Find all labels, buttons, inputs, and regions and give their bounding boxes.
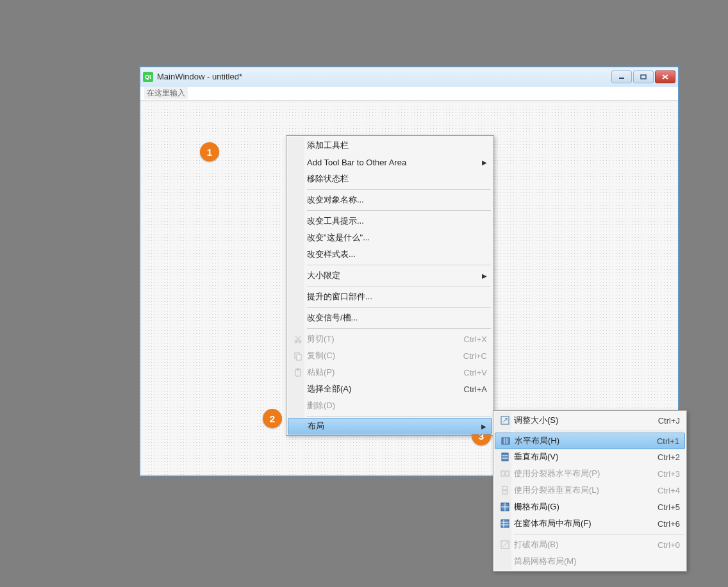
menu-separator (307, 265, 491, 265)
svg-rect-19 (501, 471, 504, 476)
minimize-button[interactable] (611, 70, 632, 83)
menu-change-signal-slot[interactable]: 改变信号/槽... (288, 310, 492, 326)
menu-paste: 粘贴(P) Ctrl+V (288, 364, 492, 381)
break-layout-icon (497, 540, 513, 549)
horizontal-layout-icon (498, 436, 513, 445)
menu-separator (307, 328, 491, 329)
layout-submenu: 调整大小(S) Ctrl+J 水平布局(H) Ctrl+1 垂直布局(V) Ct… (493, 410, 687, 572)
v-splitter-icon (497, 486, 513, 495)
menu-vertical-splitter: 使用分裂器垂直布局(L) Ctrl+4 (495, 482, 685, 499)
h-splitter-icon (497, 469, 513, 478)
chevron-right-icon: ▶ (479, 423, 486, 430)
menu-horizontal-splitter: 使用分裂器水平布局(P) Ctrl+3 (495, 465, 685, 482)
menu-add-toolbar-area[interactable]: Add Tool Bar to Other Area ▶ (288, 154, 492, 170)
menu-change-stylesheet[interactable]: 改变样式表... (288, 246, 492, 263)
menu-simple-grid-layout: 简易网格布局(M) (495, 553, 685, 570)
svg-rect-21 (502, 486, 508, 490)
menu-break-layout: 打破布局(B) Ctrl+0 (495, 536, 685, 553)
menu-copy: 复制(C) Ctrl+C (288, 347, 492, 364)
adjust-size-icon (497, 416, 513, 425)
close-button[interactable] (655, 70, 675, 83)
menu-horizontal-layout[interactable]: 水平布局(H) Ctrl+1 (495, 433, 685, 449)
menu-adjust-size[interactable]: 调整大小(S) Ctrl+J (495, 412, 685, 429)
svg-rect-20 (506, 471, 509, 476)
menu-add-toolbar[interactable]: 添加工具栏 (288, 137, 492, 154)
chevron-right-icon: ▶ (479, 159, 487, 166)
window-buttons (611, 70, 675, 83)
menu-promote-widget[interactable]: 提升的窗口部件... (288, 288, 492, 305)
menu-select-all[interactable]: 选择全部(A) Ctrl+A (288, 381, 492, 397)
svg-rect-1 (641, 75, 646, 79)
paste-icon (290, 368, 306, 377)
menu-separator (307, 307, 491, 308)
close-icon (661, 74, 669, 80)
cut-icon (290, 335, 306, 343)
menu-separator (307, 189, 491, 190)
maximize-icon (640, 74, 647, 80)
menu-layout[interactable]: 布局 ▶ (288, 418, 492, 434)
svg-line-7 (295, 336, 300, 342)
minimize-icon (618, 74, 625, 80)
menu-change-whatsthis[interactable]: 改变"这是什么"... (288, 229, 492, 246)
menu-separator (514, 534, 684, 534)
menu-separator (307, 210, 491, 211)
menu-vertical-layout[interactable]: 垂直布局(V) Ctrl+2 (495, 449, 685, 465)
menu-size-constraints[interactable]: 大小限定 ▶ (288, 267, 492, 284)
menu-delete: 删除(D) (288, 397, 492, 414)
menu-grid-layout[interactable]: 栅格布局(G) Ctrl+5 (495, 499, 685, 515)
window-title: MainWindow - untitled* (157, 72, 242, 81)
menu-cut: 剪切(T) Ctrl+X (288, 331, 492, 347)
grid-layout-icon (497, 502, 513, 511)
svg-line-6 (296, 336, 301, 342)
chevron-right-icon: ▶ (479, 272, 487, 279)
svg-rect-13 (502, 438, 509, 444)
menu-form-layout[interactable]: 在窗体布局中布局(F) Ctrl+6 (495, 515, 685, 532)
copy-icon (290, 351, 306, 360)
context-menu: 添加工具栏 Add Tool Bar to Other Area ▶ 移除状态栏… (286, 135, 494, 436)
maximize-button[interactable] (633, 70, 654, 83)
form-layout-icon (497, 519, 513, 528)
qt-icon: Qt (143, 72, 153, 82)
svg-rect-11 (297, 368, 299, 370)
menubar-placeholder[interactable]: 在这里输入 (144, 87, 188, 99)
vertical-layout-icon (497, 452, 513, 461)
svg-rect-16 (502, 453, 508, 461)
menu-change-tooltip[interactable]: 改变工具提示... (288, 213, 492, 229)
titlebar[interactable]: Qt MainWindow - untitled* (140, 67, 678, 87)
menubar[interactable]: 在这里输入 (140, 87, 678, 101)
annotation-1: 1 (200, 142, 219, 161)
svg-rect-22 (502, 491, 508, 494)
menu-separator (307, 286, 491, 286)
svg-rect-9 (297, 354, 301, 360)
menu-remove-statusbar[interactable]: 移除状态栏 (288, 170, 492, 187)
svg-line-31 (502, 542, 508, 547)
svg-rect-26 (501, 520, 509, 527)
menu-separator (514, 431, 684, 431)
annotation-2: 2 (263, 409, 282, 428)
menu-change-object-name[interactable]: 改变对象名称... (288, 192, 492, 208)
menu-separator (307, 416, 491, 417)
